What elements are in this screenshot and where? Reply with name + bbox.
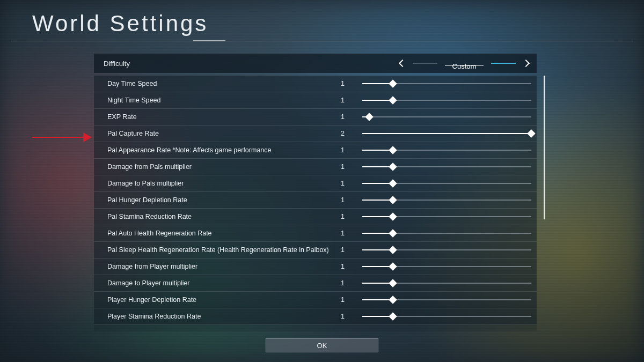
setting-row: Damage from Pals multiplier1 <box>94 159 537 175</box>
setting-row: Damage to Pals multiplier1 <box>94 175 537 192</box>
ok-button[interactable]: OK <box>266 338 378 352</box>
slider-handle[interactable] <box>389 229 397 238</box>
difficulty-option-current: Custom <box>445 62 484 63</box>
setting-row: Pal Hunger Depletion Rate1 <box>94 192 537 209</box>
setting-row: EXP Rate1 <box>94 109 537 125</box>
title-underline <box>11 41 633 41</box>
setting-row: Pal Capture Rate2 <box>94 125 537 142</box>
setting-slider[interactable] <box>362 212 531 221</box>
setting-slider[interactable] <box>362 145 531 155</box>
slider-handle[interactable] <box>389 279 397 287</box>
setting-value: 1 <box>341 296 362 304</box>
setting-label: Damage to Player multiplier <box>107 279 341 287</box>
setting-slider[interactable] <box>362 278 531 288</box>
slider-handle[interactable] <box>389 196 397 204</box>
slider-handle[interactable] <box>389 246 397 254</box>
settings-panel: Difficulty Custom Day Time Speed1Night T… <box>94 54 537 329</box>
settings-list: Day Time Speed1Night Time Speed1EXP Rate… <box>94 76 537 331</box>
setting-row: Pal Auto Health Regeneration Rate1 <box>94 225 537 242</box>
slider-handle[interactable] <box>389 146 397 154</box>
difficulty-option-prev <box>413 63 437 64</box>
slider-handle[interactable] <box>365 113 374 121</box>
setting-row: Player Hunger Depletion Rate1 <box>94 292 537 308</box>
setting-slider[interactable] <box>362 179 531 188</box>
setting-row: Night Time Speed1 <box>94 92 537 109</box>
setting-label: Damage from Player multiplier <box>107 263 341 270</box>
slider-handle[interactable] <box>389 162 397 171</box>
setting-value: 1 <box>341 230 362 237</box>
setting-value: 2 <box>341 130 362 137</box>
setting-label: Pal Stamina Reduction Rate <box>107 213 341 220</box>
setting-value: 1 <box>341 196 362 204</box>
difficulty-option-next <box>491 63 516 64</box>
setting-value: 1 <box>341 246 362 254</box>
setting-label: Player Stamina Reduction Rate <box>107 313 341 320</box>
slider-handle[interactable] <box>389 79 397 88</box>
chevron-left-icon[interactable] <box>399 60 406 67</box>
setting-row: Pal Stamina Reduction Rate1 <box>94 209 537 225</box>
scrollbar-thumb[interactable] <box>544 76 545 219</box>
setting-slider[interactable] <box>362 195 531 205</box>
setting-slider[interactable] <box>362 112 531 122</box>
slider-handle[interactable] <box>389 262 397 271</box>
difficulty-label: Difficulty <box>104 60 400 68</box>
ok-button-label: OK <box>317 342 327 350</box>
setting-label: Pal Sleep Health Regeneration Rate (Heal… <box>107 246 341 254</box>
setting-value: 1 <box>341 313 362 320</box>
setting-label: Pal Auto Health Regeneration Rate <box>107 230 341 237</box>
setting-label: Pal Capture Rate <box>107 130 341 137</box>
setting-value: 1 <box>341 279 362 287</box>
setting-row: Day Time Speed1 <box>94 76 537 92</box>
setting-label: Damage from Pals multiplier <box>107 163 341 171</box>
difficulty-row: Difficulty Custom <box>94 54 537 73</box>
setting-label: Night Time Speed <box>107 97 341 104</box>
setting-label: Player Hunger Depletion Rate <box>107 296 341 304</box>
setting-row: Player Stamina Reduction Rate1 <box>94 308 537 325</box>
setting-row: Pal Appearance Rate *Note: Affects game … <box>94 142 537 159</box>
setting-slider[interactable] <box>362 228 531 238</box>
setting-value: 1 <box>341 263 362 270</box>
setting-slider[interactable] <box>362 295 531 305</box>
chevron-right-icon[interactable] <box>522 60 530 67</box>
setting-value: 1 <box>341 146 362 154</box>
slider-handle[interactable] <box>389 212 397 221</box>
setting-slider[interactable] <box>362 262 531 271</box>
setting-slider[interactable] <box>362 162 531 172</box>
slider-handle[interactable] <box>389 295 397 304</box>
setting-row: Pal Sleep Health Regeneration Rate (Heal… <box>94 242 537 258</box>
slider-handle[interactable] <box>389 312 397 321</box>
setting-row: Damage to Player multiplier1 <box>94 275 537 292</box>
setting-value: 1 <box>341 113 362 121</box>
setting-label: Pal Hunger Depletion Rate <box>107 196 341 204</box>
setting-slider[interactable] <box>362 95 531 105</box>
setting-value: 1 <box>341 180 362 187</box>
difficulty-selector[interactable]: Custom <box>400 61 529 66</box>
setting-label: Pal Appearance Rate *Note: Affects game … <box>107 146 341 154</box>
setting-slider[interactable] <box>362 312 531 321</box>
setting-label: Damage to Pals multiplier <box>107 180 341 187</box>
setting-label: EXP Rate <box>107 113 341 121</box>
slider-handle[interactable] <box>389 96 397 105</box>
setting-value: 1 <box>341 97 362 104</box>
setting-value: 1 <box>341 80 362 87</box>
setting-slider[interactable] <box>362 129 531 138</box>
slider-handle[interactable] <box>389 179 397 188</box>
settings-list-container: Day Time Speed1Night Time Speed1EXP Rate… <box>94 76 537 331</box>
slider-handle[interactable] <box>527 129 536 138</box>
setting-row: Damage from Player multiplier1 <box>94 258 537 275</box>
page-title: World Settings <box>32 11 208 36</box>
setting-slider[interactable] <box>362 245 531 255</box>
setting-slider[interactable] <box>362 79 531 88</box>
setting-value: 1 <box>341 213 362 220</box>
setting-label: Day Time Speed <box>107 80 341 87</box>
setting-value: 1 <box>341 163 362 171</box>
